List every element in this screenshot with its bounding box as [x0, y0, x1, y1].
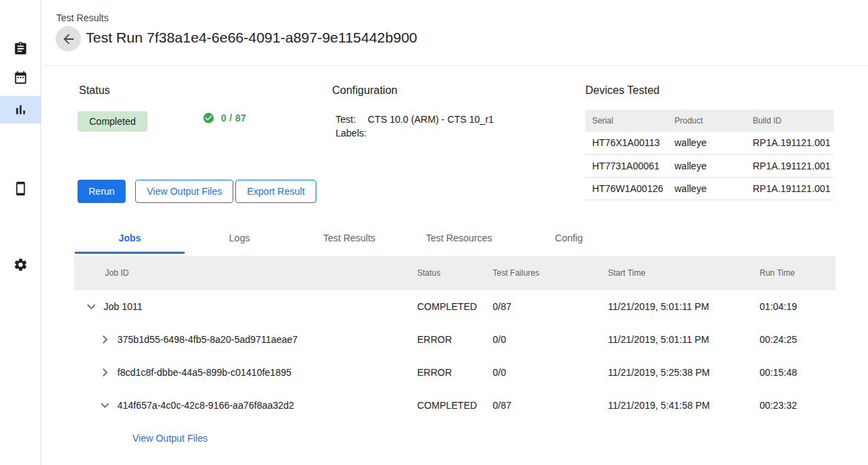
job-status: COMPLETED	[417, 400, 493, 411]
jobs-table: Job ID Status Test Failures Start Time R…	[74, 256, 836, 422]
device-cell: HT76X1A00113	[585, 132, 668, 154]
devices-col-serial: Serial	[585, 110, 668, 132]
job-status: ERROR	[417, 334, 493, 345]
sidebar-item-devices[interactable]	[0, 175, 41, 202]
chevron-down-icon[interactable]	[83, 298, 99, 315]
job-start-time: 11/21/2019, 5:41:58 PM	[608, 400, 760, 411]
job-status: ERROR	[417, 367, 493, 378]
job-start-time: 11/21/2019, 5:01:11 PM	[608, 334, 760, 345]
rerun-button[interactable]: Rerun	[78, 180, 126, 203]
test-failure-count: 0 / 87	[202, 112, 246, 124]
jobs-table-header: Job ID Status Test Failures Start Time R…	[74, 256, 836, 290]
status-heading: Status	[79, 84, 110, 97]
job-status: COMPLETED	[417, 301, 493, 312]
smartphone-icon	[13, 181, 28, 196]
job-run-time: 00:15:48	[760, 367, 836, 378]
job-start-time: 11/21/2019, 5:25:38 PM	[608, 367, 760, 378]
jobs-col-test-failures: Test Failures	[493, 268, 608, 278]
job-view-output-files-link[interactable]: View Output Files	[132, 433, 207, 444]
bar-chart-icon	[13, 102, 28, 117]
job-row[interactable]: f8cd1c8f-dbbe-44a5-899b-c01410fe1895ERRO…	[74, 356, 836, 389]
job-test-failures: 0/0	[493, 334, 608, 345]
back-button[interactable]	[56, 26, 81, 51]
job-run-time: 00:23:32	[760, 400, 836, 411]
tab-test-results[interactable]: Test Results	[294, 222, 404, 254]
devices-col-product: Product	[668, 110, 746, 132]
clipboard-icon	[13, 41, 28, 56]
job-id: f8cd1c8f-dbbe-44a5-899b-c01410fe1895	[117, 367, 292, 378]
job-id: 375b1d55-6498-4fb5-8a20-5ad9711aeae7	[117, 334, 298, 345]
job-id: 414f657a-4c0c-42c8-9166-aa76f8aa32d2	[117, 400, 294, 411]
device-cell: RP1A.191121.001	[746, 177, 834, 200]
devices-header-row: Serial Product Build ID	[585, 110, 834, 132]
status-badge: Completed	[78, 111, 148, 132]
devices-table: Serial Product Build ID HT76X1A00113wall…	[585, 110, 834, 200]
tab-logs[interactable]: Logs	[185, 222, 294, 254]
device-cell: walleye	[668, 132, 746, 154]
job-test-failures: 0/0	[493, 367, 608, 378]
arrow-back-icon	[61, 32, 76, 47]
job-row[interactable]: Job 1011COMPLETED0/8711/21/2019, 5:01:11…	[74, 290, 836, 323]
page-title: Test Run 7f38a1e4-6e66-4091-a897-9e11544…	[86, 29, 417, 46]
config-label: Labels:	[336, 126, 368, 140]
failure-count-label: 0 / 87	[221, 112, 246, 123]
device-cell: walleye	[668, 154, 746, 177]
tab-jobs[interactable]: Jobs	[75, 222, 185, 254]
job-test-failures: 0/87	[493, 400, 608, 411]
export-result-button[interactable]: Export Result	[235, 180, 316, 203]
sidebar	[0, 0, 41, 465]
job-start-time: 11/21/2019, 5:01:11 PM	[608, 301, 760, 312]
sidebar-item-test-runs[interactable]	[0, 35, 41, 62]
jobs-col-run-time: Run Time	[760, 268, 836, 278]
job-run-time: 00:24:25	[760, 334, 836, 345]
job-row[interactable]: 414f657a-4c0c-42c8-9166-aa76f8aa32d2COMP…	[74, 389, 836, 422]
chevron-down-icon[interactable]	[97, 397, 113, 414]
configuration-heading: Configuration	[332, 84, 397, 97]
jobs-col-start-time: Start Time	[608, 268, 760, 278]
job-id: Job 1011	[104, 301, 143, 312]
sidebar-item-settings[interactable]	[0, 251, 41, 278]
chevron-right-icon[interactable]	[97, 364, 113, 381]
devices-table-body: HT76X1A00113walleyeRP1A.191121.001HT7731…	[585, 132, 834, 200]
tab-bar: JobsLogsTest ResultsTest ResourcesConfig	[75, 222, 624, 254]
device-cell: RP1A.191121.001	[746, 132, 834, 154]
jobs-col-job-id: Job ID	[74, 268, 417, 278]
breadcrumb: Test Results	[56, 12, 108, 23]
device-cell: HT76W1A00126	[585, 177, 668, 200]
chevron-right-icon[interactable]	[97, 331, 113, 348]
device-cell: RP1A.191121.001	[746, 154, 834, 177]
device-cell: HT7731A00061	[585, 154, 668, 177]
gear-icon	[13, 257, 28, 272]
jobs-table-body: Job 1011COMPLETED0/8711/21/2019, 5:01:11…	[74, 290, 836, 422]
job-row[interactable]: 375b1d55-6498-4fb5-8a20-5ad9711aeae7ERRO…	[74, 323, 836, 356]
tab-test-resources[interactable]: Test Resources	[404, 222, 514, 254]
device-row: HT7731A00061walleyeRP1A.191121.001	[585, 154, 834, 177]
tab-config[interactable]: Config	[514, 222, 624, 254]
view-output-files-button[interactable]: View Output Files	[135, 180, 233, 203]
devices-col-build-id: Build ID	[746, 110, 834, 132]
jobs-col-status: Status	[417, 268, 493, 278]
job-run-time: 01:04:19	[760, 301, 836, 312]
sidebar-item-test-results[interactable]	[0, 96, 41, 123]
page-header: Test Results Test Run 7f38a1e4-6e66-4091…	[42, 0, 868, 66]
sidebar-item-plans[interactable]	[0, 64, 41, 91]
job-test-failures: 0/87	[493, 301, 608, 312]
device-row: HT76W1A00126walleyeRP1A.191121.001	[585, 177, 834, 200]
device-cell: walleye	[668, 177, 746, 200]
config-label: Test:	[336, 112, 368, 126]
configuration-rows: Test: CTS 10.0 (ARM) - CTS 10_r1 Labels:	[336, 112, 494, 140]
config-row-labels: Labels:	[336, 126, 494, 140]
devices-tested-heading: Devices Tested	[585, 84, 659, 97]
check-circle-icon	[202, 112, 215, 124]
config-row-test: Test: CTS 10.0 (ARM) - CTS 10_r1	[336, 112, 494, 126]
calendar-icon	[13, 70, 28, 85]
config-value: CTS 10.0 (ARM) - CTS 10_r1	[368, 112, 494, 126]
device-row: HT76X1A00113walleyeRP1A.191121.001	[585, 132, 834, 154]
